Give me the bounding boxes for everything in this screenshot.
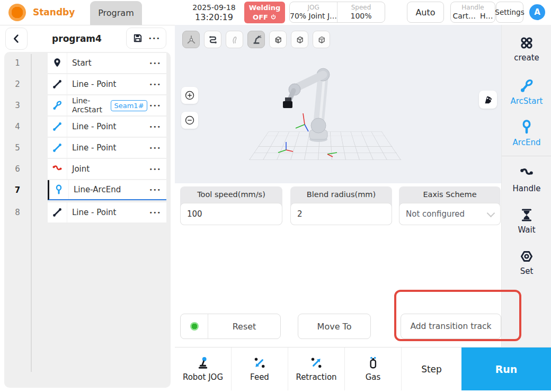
sidebar-item-create[interactable]: create [502, 35, 551, 63]
chevron-down-icon [487, 209, 495, 217]
program-row-1: 1 Start ••• [4, 53, 171, 73]
row-menu-button[interactable]: ••• [149, 209, 166, 216]
tool-speed-label: Tool speed(mm/s) [180, 186, 282, 203]
sidebar-item-arcstart[interactable]: ArcStart [502, 78, 551, 106]
sidebar-item-label: create [514, 53, 539, 63]
row-menu-button[interactable]: ••• [149, 81, 166, 88]
user-avatar[interactable]: A [529, 4, 545, 20]
robot-arm-icon [251, 34, 262, 46]
torch-view-button[interactable] [479, 91, 497, 109]
command-sidebar: create ArcStart ArcEnd Handle [501, 25, 551, 347]
handle-value-1: Cart… [452, 12, 476, 21]
program-step-list: 1 Start ••• 2 Line - Point ••• 3 [4, 52, 171, 388]
green-status-dot [190, 322, 199, 331]
step-line-point[interactable]: Line - Point ••• [48, 202, 166, 222]
step-line-arcstart[interactable]: Line-ArcStart Seam1# ••• [48, 95, 166, 115]
handle-icon [519, 165, 535, 181]
robot-jog-label: Robot JOG [183, 372, 223, 382]
retraction-button[interactable]: Retraction [288, 348, 345, 390]
step-label: Line-ArcEnd [69, 185, 149, 194]
robot-status-text: Standby [33, 7, 75, 17]
view-axis-tool-button[interactable] [182, 31, 200, 48]
feed-button[interactable]: Feed [232, 348, 288, 390]
back-button[interactable] [5, 28, 28, 50]
settings-button[interactable]: Settings [496, 2, 523, 23]
sidebar-item-arcend[interactable]: ArcEnd [502, 119, 551, 147]
sidebar-item-set[interactable]: Set [502, 249, 551, 276]
zoom-in-button[interactable] [181, 87, 198, 104]
arcend-icon [519, 119, 535, 135]
row-menu-button[interactable]: ••• [149, 145, 166, 152]
step-line-point[interactable]: Line - Point ••• [48, 138, 166, 158]
gas-button[interactable]: Gas [345, 348, 402, 390]
sidebar-item-label: Wait [518, 225, 535, 235]
sidebar-item-label: Handle [513, 184, 541, 193]
program-row-8: 8 Line - Point ••• [4, 202, 171, 222]
run-button[interactable]: Run [461, 348, 551, 390]
tool-speed-input[interactable] [180, 203, 282, 225]
speed-label: Speed [351, 4, 371, 12]
add-transition-track-label: Add transition track [410, 322, 491, 331]
step-label: Line - Point [67, 79, 149, 89]
handle-value-2: H… [480, 12, 493, 21]
step-label: Step [421, 364, 442, 375]
create-icon [519, 35, 534, 50]
row-number: 8 [4, 202, 31, 222]
step-start[interactable]: Start ••• [48, 53, 166, 73]
auto-mode-label: Auto [415, 7, 435, 17]
step-button[interactable]: Step [402, 348, 461, 390]
reset-button[interactable]: Reset [180, 314, 281, 339]
robot-jog-button[interactable]: Robot JOG [175, 348, 232, 390]
date-text: 2025-09-18 [186, 3, 242, 12]
draw-tool-button[interactable] [226, 31, 243, 48]
feed-label: Feed [250, 372, 269, 382]
auto-mode-button[interactable]: Auto [407, 2, 444, 23]
plus-circle-icon [184, 90, 195, 101]
blend-radius-input[interactable] [290, 203, 392, 225]
move-to-label: Move To [317, 322, 352, 332]
program-row-5: 5 Line - Point ••• [4, 138, 171, 158]
robot-3d-viewport [175, 25, 501, 183]
row-menu-button[interactable]: ••• [149, 123, 166, 130]
line-point-icon [48, 138, 67, 158]
sidebar-divider [502, 156, 551, 156]
tab-program[interactable]: Program [90, 1, 142, 25]
app-logo-icon [8, 4, 26, 21]
top-bar: Standby Program 2025-09-18 13:20:19 Weld… [0, 0, 551, 25]
joystick-icon [196, 356, 210, 370]
jog-speed-panel[interactable]: JOG 70% Joint J… Speed 100% [289, 2, 385, 23]
row-menu-button[interactable]: ••• [149, 60, 166, 67]
step-line-point[interactable]: Line - Point ••• [48, 74, 166, 94]
program-row-2: 2 Line - Point ••• [4, 74, 171, 94]
gas-cylinder-icon [366, 356, 380, 370]
robot-arm-model [249, 50, 413, 164]
robot-view-tool-button[interactable] [247, 31, 265, 48]
cube-view-front-button[interactable] [269, 31, 287, 48]
cube-view-mid-button[interactable] [291, 31, 308, 48]
squiggle-icon [229, 34, 241, 46]
zoom-out-button[interactable] [181, 112, 198, 129]
add-transition-track-button[interactable]: Add transition track [401, 314, 501, 339]
sidebar-item-handle[interactable]: Handle [502, 165, 551, 193]
app-window: Standby Program 2025-09-18 13:20:19 Weld… [0, 0, 551, 392]
welding-toggle-button[interactable]: Welding OFF [244, 2, 285, 23]
row-menu-button[interactable]: ••• [149, 102, 166, 109]
power-icon [270, 14, 277, 20]
step-joint[interactable]: Joint ••• [48, 159, 166, 179]
eaxis-scheme-select[interactable]: Not configured [399, 203, 501, 225]
move-to-button[interactable]: Move To [298, 314, 371, 339]
step-line-arcend[interactable]: Line-ArcEnd ••• [48, 180, 166, 200]
program-menu-button[interactable]: ••• [148, 35, 160, 42]
hourglass-icon [519, 208, 534, 222]
row-number: 6 [4, 159, 31, 179]
path-tool-button[interactable] [204, 31, 221, 48]
cube-view-back-button[interactable] [313, 31, 330, 48]
step-line-point[interactable]: Line - Point ••• [48, 117, 166, 137]
line-point-icon [48, 74, 67, 94]
step-label: Start [67, 58, 149, 68]
row-menu-button[interactable]: ••• [149, 186, 166, 193]
save-icon[interactable] [132, 33, 143, 43]
sidebar-item-wait[interactable]: Wait [502, 208, 551, 235]
row-menu-button[interactable]: ••• [149, 166, 166, 173]
handle-panel[interactable]: Handle Cart… H… [450, 2, 495, 23]
